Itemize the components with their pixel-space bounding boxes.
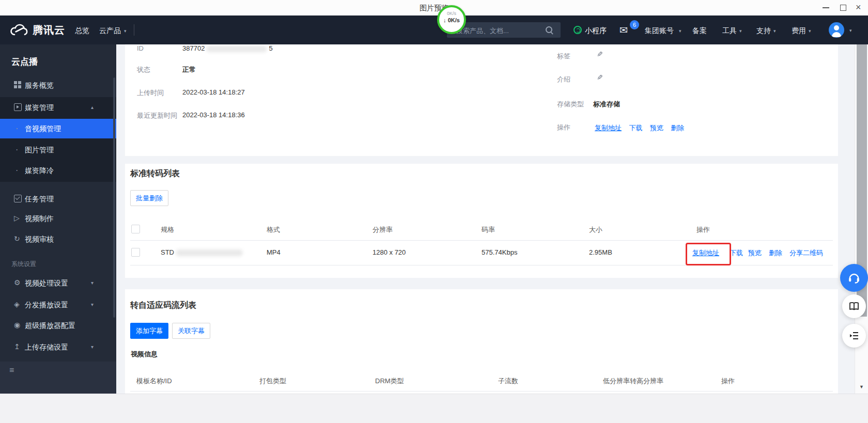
scroll-down-icon[interactable]: ▼	[855, 384, 868, 389]
chevron-down-icon[interactable]: ▾	[91, 344, 94, 350]
add-subtitle-button[interactable]: 添加字幕	[130, 323, 168, 339]
maximize-icon[interactable]	[840, 5, 846, 11]
download-link[interactable]: 下载	[629, 124, 642, 132]
brand-name[interactable]: 腾讯云	[33, 23, 65, 37]
copy-address-link[interactable]: 复制地址	[692, 248, 719, 258]
sidebar-item-video-review[interactable]: 视频审核	[25, 235, 54, 244]
search-input[interactable]	[455, 25, 540, 36]
upload-speed: 0K/s	[439, 11, 464, 16]
action-label: 操作	[557, 123, 570, 132]
upload-icon: ↥	[14, 343, 20, 350]
edit-pencil-icon[interactable]: ✎	[597, 73, 603, 82]
sidebar-item-video-production[interactable]: 视频制作	[25, 214, 54, 224]
mail-badge: 6	[630, 20, 639, 29]
network-speed-badge[interactable]: 0K/s ↓ 0K/s	[437, 5, 466, 34]
book-icon	[848, 300, 860, 312]
chevron-down-icon[interactable]: ▾	[849, 28, 852, 33]
upload-time-label: 上传时间	[137, 88, 164, 98]
media-icon	[14, 103, 22, 111]
download-speed: ↓ 0K/s	[439, 17, 464, 23]
delete-link[interactable]: 删除	[769, 248, 782, 258]
sidebar-scrollbar[interactable]	[113, 77, 115, 318]
sidebar-section-system-settings: 系统设置	[11, 260, 36, 269]
close-icon[interactable]: ×	[856, 2, 861, 13]
table-divider	[130, 240, 833, 241]
sidebar-item-video-processing-settings[interactable]: 视频处理设置	[25, 279, 68, 288]
upload-time-value: 2022-03-18 14:18:27	[182, 88, 245, 96]
nav-support[interactable]: 支持	[756, 26, 771, 36]
sidebar-item-task-management[interactable]: 任务管理	[25, 195, 54, 204]
nav-overview[interactable]: 总览	[75, 26, 89, 36]
sidebar-item-service-overview[interactable]: 服务概览	[25, 81, 54, 90]
docs-button[interactable]	[842, 294, 866, 318]
id-label: ID	[137, 44, 144, 52]
window-title: 图片预览	[0, 4, 868, 13]
sidebar-item-image-management[interactable]: 图片管理	[25, 146, 54, 155]
mail-icon[interactable]: ✉	[619, 24, 628, 36]
sidebar: 云点播 服务概览 媒资管理 ▴ · 音视频管理 · 图片管理 · 媒资降冷 任务…	[0, 44, 116, 394]
status-value: 正常	[182, 65, 196, 74]
column-resolution: 分辨率	[373, 225, 393, 234]
download-link[interactable]: 下载	[730, 248, 743, 258]
copy-address-link[interactable]: 复制地址	[595, 124, 622, 132]
id-value: 3877025	[182, 44, 273, 52]
intro-label: 介绍	[557, 75, 570, 84]
tencent-cloud-logo-icon	[9, 23, 30, 37]
storage-type-label: 存储类型	[557, 100, 584, 109]
column-template: 模板名称/ID	[136, 377, 172, 386]
grid-icon	[14, 81, 21, 88]
delete-link[interactable]: 删除	[671, 124, 684, 132]
column-substreams: 子流数	[498, 377, 518, 386]
sidebar-item-upload-storage-settings[interactable]: 上传存储设置	[25, 343, 68, 352]
nav-products[interactable]: 云产品	[99, 26, 121, 36]
avatar[interactable]	[829, 22, 844, 38]
select-all-checkbox[interactable]	[131, 225, 140, 233]
chevron-up-icon[interactable]: ▴	[91, 104, 94, 110]
sidebar-item-media-cooling[interactable]: 媒资降冷	[25, 166, 54, 176]
storage-type-value: 标准存储	[593, 100, 620, 109]
gear-icon: ⚙	[14, 279, 21, 286]
video-info-label: 视频信息	[131, 350, 158, 359]
search-icon[interactable]	[546, 26, 552, 33]
nav-divider	[134, 24, 134, 36]
tag-label: 标签	[557, 52, 570, 61]
update-time-label: 最近更新时间	[137, 111, 177, 120]
nav-group-account[interactable]: 集团账号	[645, 26, 674, 36]
column-action: 操作	[721, 377, 735, 386]
batch-delete-button[interactable]: 批量删除	[130, 190, 168, 206]
player-icon: ◉	[14, 321, 20, 328]
chevron-down-icon: ▾	[679, 28, 681, 34]
column-package-type: 打包类型	[259, 377, 286, 386]
nav-tools[interactable]: 工具	[722, 26, 737, 36]
nav-beian[interactable]: 备案	[692, 26, 707, 36]
nav-mini-program[interactable]: 小程序	[585, 26, 607, 36]
list-icon	[848, 330, 860, 342]
sidebar-item-media-management[interactable]: 媒资管理	[25, 103, 54, 113]
bullet-icon: ·	[16, 126, 18, 131]
transcode-list-title: 标准转码列表	[130, 168, 180, 179]
top-navbar: 腾讯云 总览 云产品 ▾ 小程序 ✉ 6 集团账号 ▾ 备案 工具 ▾ 支持 ▾…	[0, 15, 868, 44]
share-qrcode-link[interactable]: 分享二维码	[789, 248, 823, 258]
headset-icon	[847, 271, 861, 285]
minimize-icon[interactable]	[823, 7, 829, 8]
nav-billing[interactable]: 费用	[792, 26, 806, 36]
customer-service-button[interactable]	[840, 264, 868, 292]
redacted-text	[206, 45, 267, 52]
column-format: 格式	[267, 225, 280, 234]
link-subtitle-button[interactable]: 关联字幕	[172, 323, 210, 339]
chevron-down-icon[interactable]: ▾	[91, 280, 94, 286]
feedback-list-button[interactable]	[842, 324, 866, 348]
row-divider	[130, 265, 833, 265]
chevron-down-icon[interactable]: ▾	[91, 302, 94, 307]
row-checkbox[interactable]	[131, 248, 140, 257]
sidebar-item-audio-video-management[interactable]: 音视频管理	[25, 124, 61, 134]
sidebar-item-super-player-config[interactable]: 超级播放器配置	[25, 321, 75, 331]
edit-pencil-icon[interactable]: ✎	[597, 50, 603, 58]
preview-link[interactable]: 预览	[650, 124, 663, 132]
chevron-down-icon: ▾	[124, 28, 127, 34]
refresh-icon: ↻	[14, 235, 20, 242]
collapse-menu-icon[interactable]: ≡	[9, 367, 14, 374]
window-titlebar: 图片预览 ×	[0, 0, 868, 15]
preview-link[interactable]: 预览	[748, 248, 762, 258]
sidebar-item-distribution-playback-settings[interactable]: 分发播放设置	[25, 301, 68, 310]
